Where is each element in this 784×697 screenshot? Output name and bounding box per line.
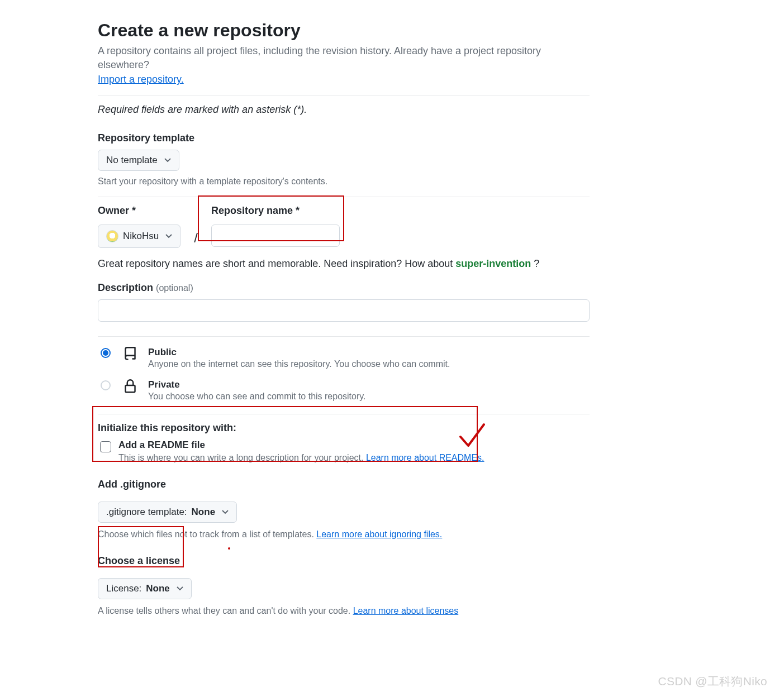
license-label: Choose a license [98,555,590,567]
private-desc: You choose who can see and commit to thi… [148,392,366,402]
template-selected-value: No template [106,155,158,166]
annotation-dot [228,547,230,550]
path-separator: / [194,230,198,246]
avatar [106,230,118,242]
divider [98,96,590,96]
template-label: Repository template [98,132,590,144]
readme-learn-more-link[interactable]: Learn more about READMEs. [366,453,484,462]
initialize-heading: Initialize this repository with: [98,422,590,434]
readme-desc: This is where you can write a long descr… [118,453,366,462]
template-hint: Start your repository with a template re… [98,176,590,187]
readme-checkbox[interactable] [100,441,111,452]
divider [98,197,590,197]
gitignore-label: Add .gitignore [98,479,590,490]
caret-down-icon [164,158,171,163]
page-title: Create a new repository [98,20,590,41]
public-radio[interactable] [101,348,111,358]
page-subhead: A repository contains all project files,… [98,45,541,70]
private-title: Private [148,379,366,390]
gitignore-hint: Choose which files not to track from a l… [98,529,316,539]
repo-icon [122,347,138,361]
template-select-button[interactable]: No template [98,150,179,171]
private-radio[interactable] [101,380,111,390]
gitignore-button-value: None [192,507,216,518]
divider [98,414,590,414]
readme-label: Add a README file [118,440,484,451]
description-input[interactable] [98,299,590,322]
caret-down-icon [165,234,172,238]
owner-select-button[interactable]: NikoHsu [98,225,180,248]
public-title: Public [148,347,450,358]
caret-down-icon [177,586,183,591]
repo-name-label: Repository name * [211,205,340,217]
gitignore-select-button[interactable]: .gitignore template: None [98,502,237,523]
license-select-button[interactable]: License: None [98,578,192,599]
suggested-repo-name[interactable]: super-invention [455,258,531,269]
repo-name-input[interactable] [211,225,340,247]
divider [98,336,590,337]
optional-marker: (optional) [156,283,193,293]
owner-selected-value: NikoHsu [123,231,159,242]
import-repository-link[interactable]: Import a repository. [98,74,184,85]
watermark: CSDN @工科狗Niko [658,674,767,689]
license-hint: A license tells others what they can and… [98,606,353,615]
owner-label: Owner * [98,205,180,217]
description-label: Description (optional) [98,282,590,294]
license-button-prefix: License: [106,583,141,594]
license-button-value: None [146,583,170,594]
gitignore-learn-more-link[interactable]: Learn more about ignoring files. [316,529,442,539]
repo-name-suggestion: Great repository names are short and mem… [98,258,590,270]
gitignore-button-prefix: .gitignore template: [106,507,187,518]
required-fields-note: Required fields are marked with an aster… [98,104,590,116]
caret-down-icon [222,510,229,514]
public-desc: Anyone on the internet can see this repo… [148,359,450,369]
lock-icon [122,379,138,394]
license-learn-more-link[interactable]: Learn more about licenses [353,606,459,615]
